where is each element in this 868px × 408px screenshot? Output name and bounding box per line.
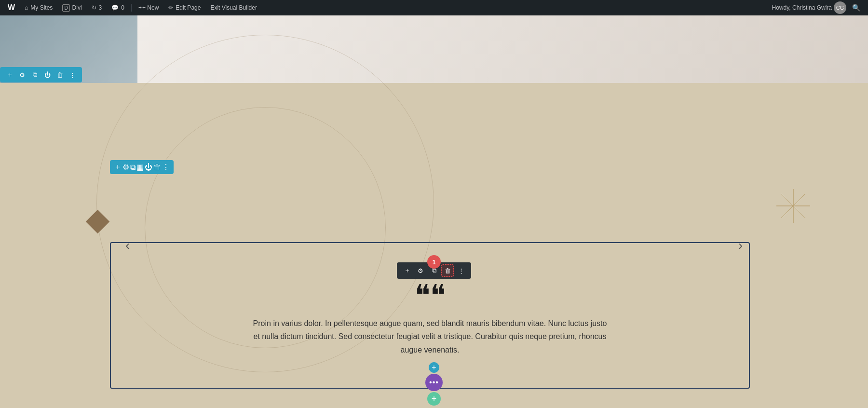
divi-label: Divi	[72, 4, 82, 11]
admin-bar: W ⌂ My Sites D Divi ↻ 3 💬 0 + + New ✏ Ed…	[0, 0, 868, 15]
mod-settings-button[interactable]: ⚙	[414, 264, 427, 277]
column-toolbar: ＋ ⚙ ⧉ ▦ ⏻ 🗑 ⋮	[110, 160, 174, 174]
my-sites-menu[interactable]: ⌂ My Sites	[21, 0, 56, 15]
divi-menu[interactable]: D Divi	[58, 0, 85, 15]
user-greeting: Howdy, Christina Gwira	[772, 4, 832, 11]
mod-more-button[interactable]: ⋮	[455, 264, 467, 277]
mod-delete-button[interactable]: 🗑	[441, 264, 454, 277]
updates-icon: ↻	[92, 4, 96, 11]
page-content: ＋ ⚙ ⧉ ⏻ 🗑 ⋮ ＋ ⚙ ⧉ ▦ ⏻ 🗑	[0, 15, 868, 408]
col-duplicate-button[interactable]: ⧉	[130, 163, 136, 172]
separator-1	[131, 4, 132, 12]
search-icon[interactable]: 🔍	[848, 4, 864, 12]
pencil-icon: ✏	[168, 4, 173, 11]
new-label: + New	[142, 4, 159, 11]
col-add-button[interactable]: ＋	[114, 162, 122, 172]
admin-bar-right: Howdy, Christina Gwira CG 🔍	[772, 1, 864, 14]
col-column-button[interactable]: ▦	[136, 163, 144, 172]
testimonial-text: Proin in varius dolor. In pellentesque a…	[249, 317, 611, 356]
exit-label: Exit Visual Builder	[210, 4, 257, 11]
plus-icon: +	[138, 4, 142, 11]
badge-number: 1	[427, 255, 441, 269]
updates-menu[interactable]: ↻ 3	[88, 0, 106, 15]
col-disable-button[interactable]: ⏻	[145, 163, 152, 172]
col-more-button[interactable]: ⋮	[162, 163, 170, 172]
my-sites-label: My Sites	[30, 4, 53, 11]
wp-logo[interactable]: W	[4, 0, 19, 15]
dots-icon: •••	[429, 378, 439, 387]
comments-count: 0	[121, 4, 124, 11]
next-arrow[interactable]: ›	[738, 238, 743, 253]
menu-dots-button[interactable]: •••	[425, 374, 443, 391]
row-delete-button[interactable]: 🗑	[54, 69, 66, 81]
wp-icon: W	[8, 3, 15, 12]
comments-icon: 💬	[111, 4, 119, 11]
main-section: ＋ ⚙ ⧉ ▦ ⏻ 🗑 ⋮ 1 ＋ ⚙ ⧉ 🗑 ⋮ ❝❝ Proin in va…	[0, 83, 868, 408]
mod-add-button[interactable]: ＋	[401, 264, 413, 277]
house-icon: ⌂	[25, 4, 28, 11]
row-duplicate-button[interactable]: ⧉	[29, 69, 41, 81]
new-button[interactable]: + + New	[135, 0, 163, 15]
add-bottom-button[interactable]: +	[427, 392, 441, 406]
row-disable-button[interactable]: ⏻	[41, 69, 53, 81]
row-add-button[interactable]: ＋	[4, 69, 15, 81]
edit-page-button[interactable]: ✏ Edit Page	[164, 0, 204, 15]
exit-builder-button[interactable]: Exit Visual Builder	[206, 0, 261, 15]
divi-icon: D	[62, 4, 69, 12]
bottom-controls: + ••• +	[425, 362, 443, 406]
prev-arrow[interactable]: ‹	[125, 238, 130, 253]
edit-page-label: Edit Page	[176, 4, 201, 11]
col-delete-button[interactable]: 🗑	[153, 163, 161, 172]
top-section	[0, 15, 868, 83]
user-avatar[interactable]: CG	[834, 1, 846, 14]
row-settings-button[interactable]: ⚙	[16, 69, 28, 81]
col-settings-button[interactable]: ⚙	[122, 163, 129, 172]
add-top-button[interactable]: +	[429, 362, 439, 373]
row-more-button[interactable]: ⋮	[67, 69, 78, 81]
row-toolbar-top: ＋ ⚙ ⧉ ⏻ 🗑 ⋮	[0, 67, 82, 82]
star-decoration	[776, 189, 810, 225]
comments-menu[interactable]: 💬 0	[108, 0, 128, 15]
updates-count: 3	[99, 4, 102, 11]
quote-icon: ❝❝	[415, 284, 446, 307]
